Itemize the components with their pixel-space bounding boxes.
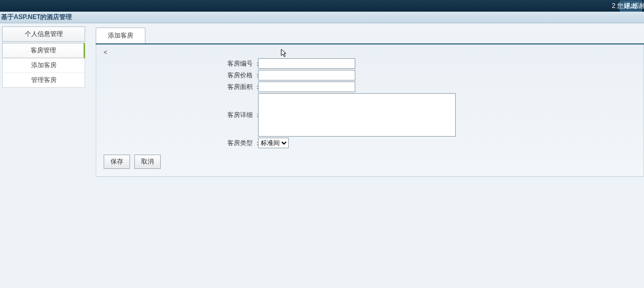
top-bar: 2 您好,感谢登陆使用！ 退出: [0, 0, 644, 12]
tab-strip: 添加客房: [96, 28, 644, 44]
label-room-type: 客房类型 ：: [227, 139, 258, 148]
input-room-no[interactable]: [258, 58, 355, 69]
room-form: 客房编号 ： 客房价格 ： 客房面积 ： 客房详细 ： 客房类型 ：: [227, 58, 637, 148]
sidebar: 个人信息管理 客房管理 添加客房 管理客房: [0, 23, 87, 288]
tab-add-room[interactable]: 添加客房: [96, 28, 145, 43]
label-room-detail: 客房详细 ：: [227, 111, 258, 120]
input-room-area[interactable]: [258, 82, 355, 92]
cancel-button[interactable]: 取消: [134, 155, 161, 169]
sidebar-subitem-manage-room[interactable]: 管理客房: [3, 73, 85, 87]
save-button[interactable]: 保存: [104, 155, 130, 169]
content-panel: < 客房编号 ： 客房价格 ： 客房面积 ： 客房详细 ：: [96, 44, 644, 177]
main-area: 添加客房 < 客房编号 ： 客房价格 ： 客房面积 ： 客房详细 ：: [87, 23, 644, 288]
app-title: 基于ASP.NET的酒店管理: [1, 13, 72, 22]
sidebar-subitem-add-room[interactable]: 添加客房: [3, 58, 85, 73]
label-room-price: 客房价格 ：: [227, 71, 258, 80]
breadcrumb-back[interactable]: <: [103, 49, 637, 56]
label-room-area: 客房面积 ：: [227, 83, 258, 92]
input-room-detail[interactable]: [258, 93, 456, 137]
sidebar-item-rooms[interactable]: 客房管理: [2, 43, 85, 58]
logout-button[interactable]: 退出: [620, 1, 642, 12]
app-title-bar: 基于ASP.NET的酒店管理: [0, 12, 644, 23]
input-room-price[interactable]: [258, 70, 355, 80]
label-room-no: 客房编号 ：: [227, 59, 258, 68]
select-room-type[interactable]: 标准间: [258, 138, 289, 148]
sidebar-item-personal[interactable]: 个人信息管理: [2, 26, 85, 42]
